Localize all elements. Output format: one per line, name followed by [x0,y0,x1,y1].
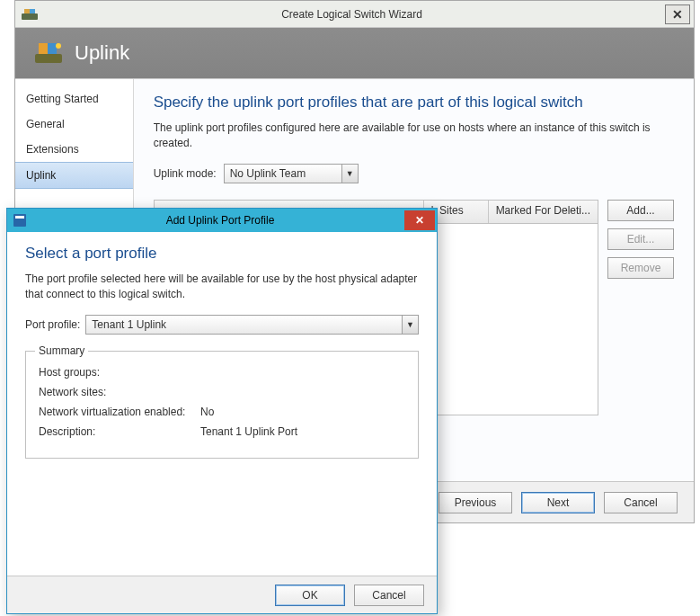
dropdown-button[interactable]: ▼ [402,316,418,334]
summary-fieldset: Summary Host groups: Network sites: Netw… [25,351,419,459]
close-icon: ✕ [672,7,683,22]
network-sites-label: Network sites: [39,386,200,398]
svg-rect-1 [24,9,30,13]
dialog-body: Select a port profile The port profile s… [7,232,437,576]
page-description: The uplink port profiles configured here… [154,121,674,151]
page-heading: Specify the uplink port profiles that ar… [154,94,674,112]
svg-rect-0 [22,13,38,20]
netvirt-value: No [200,406,405,418]
close-icon: ✕ [415,214,424,227]
port-profile-dropdown[interactable]: Tenant 1 Uplink ▼ [85,315,419,335]
sidebar-item-general[interactable]: General [15,112,133,137]
wizard-banner: Uplink [15,28,694,78]
next-button[interactable]: Next [521,492,595,513]
description-value: Tenant 1 Uplink Port [200,425,405,438]
description-label: Description: [39,425,200,438]
port-profile-row: Port profile: Tenant 1 Uplink ▼ [25,315,419,335]
cancel-button[interactable]: Cancel [604,492,678,513]
uplink-banner-icon [33,40,64,67]
uplink-mode-label: Uplink mode: [154,167,217,180]
grid-header-marked[interactable]: Marked For Deleti... [489,201,598,223]
chevron-down-icon: ▼ [341,169,359,178]
dropdown-button[interactable]: ▼ [341,165,358,183]
wizard-title: Create Logical Switch Wizard [39,8,665,21]
svg-rect-5 [48,43,57,54]
dialog-footer: OK Cancel [7,576,437,613]
dialog-heading: Select a port profile [25,245,419,263]
sidebar-item-uplink[interactable]: Uplink [15,162,133,189]
sidebar-item-getting-started[interactable]: Getting Started [15,86,133,112]
netvirt-label: Network virtualization enabled: [39,406,200,418]
uplink-mode-dropdown[interactable]: No Uplink Team ▼ [224,164,359,183]
dialog-icon [13,213,31,228]
uplink-mode-value: No Uplink Team [225,167,341,180]
summary-legend: Summary [35,344,88,357]
svg-rect-3 [35,54,62,63]
port-profile-value: Tenant 1 Uplink [86,318,402,331]
app-icon [21,7,39,22]
dialog-description: The port profile selected here will be a… [25,272,419,302]
svg-rect-4 [39,43,48,54]
host-groups-value [200,366,405,379]
banner-title: Uplink [75,41,129,65]
dialog-cancel-button[interactable]: Cancel [354,585,424,606]
remove-button[interactable]: Remove [607,257,674,279]
edit-button[interactable]: Edit... [607,228,674,250]
add-button[interactable]: Add... [607,200,674,221]
port-profile-label: Port profile: [25,318,80,331]
svg-rect-8 [15,216,24,219]
dialog-title: Add Uplink Port Profile [36,214,404,227]
svg-rect-2 [30,9,35,13]
network-sites-value [200,386,405,398]
chevron-down-icon: ▼ [401,320,420,329]
dialog-close-button[interactable]: ✕ [404,210,435,230]
svg-point-6 [56,43,61,49]
add-uplink-dialog: Add Uplink Port Profile ✕ Select a port … [6,208,438,614]
grid-actions: Add... Edit... Remove [607,200,674,415]
dialog-titlebar[interactable]: Add Uplink Port Profile ✕ [7,209,437,232]
uplink-mode-row: Uplink mode: No Uplink Team ▼ [154,164,674,183]
ok-button[interactable]: OK [275,585,345,606]
close-button[interactable]: ✕ [665,4,690,24]
sidebar-item-extensions[interactable]: Extensions [15,137,133,162]
host-groups-label: Host groups: [39,366,200,379]
previous-button[interactable]: Previous [439,492,512,513]
wizard-titlebar[interactable]: Create Logical Switch Wizard ✕ [15,1,694,28]
